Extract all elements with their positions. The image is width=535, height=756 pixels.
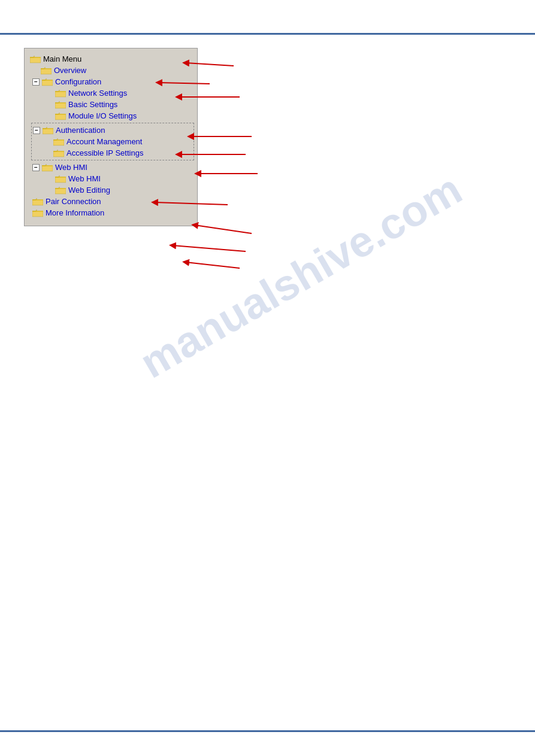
menu-panel: Main Menu Overview − Configuration (24, 48, 198, 226)
menu-item-main-menu-label: Main Menu (43, 54, 81, 63)
folder-icon-overview (41, 66, 52, 75)
folder-icon-authentication (43, 126, 53, 135)
svg-marker-39 (32, 211, 43, 216)
folder-icon-network-settings (55, 89, 66, 98)
svg-line-51 (186, 262, 240, 268)
authentication-dashed-box: − Authentication Account Management (31, 123, 194, 160)
expand-icon-web-hmi[interactable]: − (32, 164, 40, 171)
menu-item-account-management-label: Account Management (67, 137, 142, 146)
top-border (0, 33, 535, 35)
svg-rect-14 (55, 102, 66, 103)
svg-rect-8 (42, 80, 53, 80)
menu-item-accessible-ip[interactable]: Accessible IP Settings (32, 147, 194, 159)
menu-item-module-io-label: Module I/O Settings (68, 111, 137, 120)
menu-item-pair-connection[interactable]: Pair Connection (28, 196, 194, 207)
svg-marker-12 (55, 102, 66, 108)
menu-item-overview[interactable]: Overview (28, 65, 194, 76)
folder-icon-accessible-ip (53, 149, 64, 157)
folder-icon-web-hmi (55, 175, 66, 183)
menu-item-accessible-ip-label: Accessible IP Settings (67, 148, 143, 157)
menu-item-configuration-label: Configuration (55, 77, 101, 86)
svg-marker-0 (30, 57, 41, 62)
svg-rect-29 (42, 165, 53, 166)
menu-item-authentication-label: Authentication (56, 126, 105, 135)
svg-rect-11 (55, 91, 66, 92)
menu-item-pair-connection-label: Pair Connection (46, 197, 101, 206)
menu-item-more-information[interactable]: More Information (28, 207, 194, 218)
menu-item-web-hmi-label: Web HMI (68, 174, 101, 183)
folder-icon-more-information (32, 209, 43, 217)
svg-marker-18 (43, 128, 53, 133)
menu-item-more-information-label: More Information (46, 208, 104, 217)
svg-rect-38 (32, 199, 43, 200)
menu-item-web-hmi-parent[interactable]: − Web HMI (28, 162, 194, 173)
folder-icon-main-menu (30, 55, 41, 63)
svg-marker-27 (42, 165, 53, 171)
svg-rect-20 (43, 128, 53, 129)
menu-item-web-editing-label: Web Editing (68, 186, 110, 195)
menu-item-basic-settings-label: Basic Settings (68, 100, 117, 109)
svg-marker-6 (42, 80, 53, 85)
menu-item-module-io-settings[interactable]: Module I/O Settings (28, 110, 194, 122)
svg-marker-33 (55, 188, 66, 193)
folder-icon-configuration (42, 78, 53, 86)
svg-rect-17 (55, 114, 66, 114)
svg-line-49 (195, 225, 252, 233)
svg-rect-2 (30, 57, 41, 57)
menu-item-account-management[interactable]: Account Management (32, 136, 194, 147)
svg-line-50 (173, 245, 246, 251)
menu-item-web-hmi-parent-label: Web HMI (55, 163, 87, 172)
menu-item-network-settings-label: Network Settings (68, 89, 127, 98)
svg-marker-9 (55, 91, 66, 96)
svg-rect-5 (41, 68, 52, 69)
svg-rect-32 (55, 177, 66, 177)
expand-icon-configuration[interactable]: − (32, 78, 40, 86)
svg-rect-23 (53, 139, 64, 140)
svg-marker-24 (53, 151, 64, 156)
folder-icon-pair-connection (32, 198, 43, 206)
folder-icon-web-editing (55, 186, 66, 195)
svg-marker-30 (55, 177, 66, 182)
menu-item-authentication[interactable]: − Authentication (32, 125, 194, 136)
folder-icon-account-management (53, 138, 64, 146)
folder-icon-web-hmi-parent (42, 163, 53, 172)
svg-marker-15 (55, 114, 66, 119)
menu-item-network-settings[interactable]: Network Settings (28, 87, 194, 99)
svg-rect-26 (53, 151, 64, 151)
menu-item-basic-settings[interactable]: Basic Settings (28, 99, 194, 110)
svg-marker-36 (32, 199, 43, 205)
bottom-border (0, 730, 535, 732)
menu-item-main-menu[interactable]: Main Menu (28, 53, 194, 65)
menu-item-web-hmi[interactable]: Web HMI (28, 173, 194, 184)
menu-item-web-editing[interactable]: Web Editing (28, 184, 194, 196)
menu-item-overview-label: Overview (54, 66, 86, 75)
svg-rect-35 (55, 188, 66, 189)
folder-icon-basic-settings (55, 101, 66, 109)
svg-rect-41 (32, 211, 43, 211)
svg-marker-3 (41, 68, 52, 74)
svg-marker-21 (53, 139, 64, 145)
folder-icon-module-io-settings (55, 112, 66, 120)
expand-icon-authentication[interactable]: − (33, 127, 40, 134)
menu-item-configuration[interactable]: − Configuration (28, 76, 194, 87)
